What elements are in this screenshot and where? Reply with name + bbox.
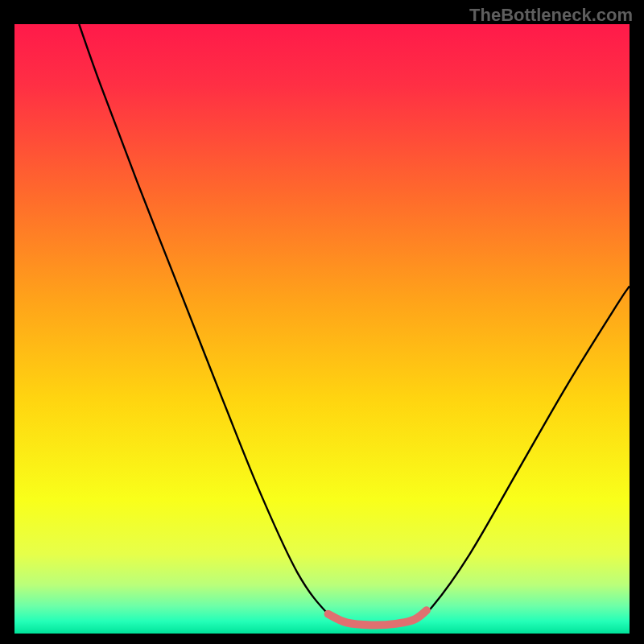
watermark-text: TheBottleneck.com	[469, 5, 633, 26]
chart-canvas	[0, 0, 644, 644]
plot-area	[14, 24, 630, 634]
